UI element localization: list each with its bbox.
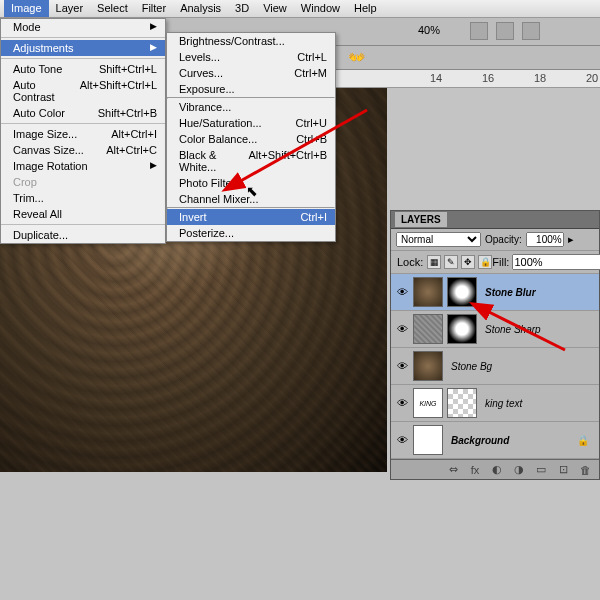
- menu-item-vibrance-[interactable]: Vibrance...: [167, 99, 335, 115]
- menu-item-adjustments[interactable]: Adjustments▶: [1, 40, 165, 56]
- layer-row[interactable]: 👁KINGking text: [391, 385, 599, 422]
- panel-footer-icon[interactable]: ▭: [533, 463, 549, 476]
- screen-mode-icon[interactable]: [470, 22, 488, 40]
- menu-item-exposure-[interactable]: Exposure...: [167, 81, 335, 97]
- layers-tab[interactable]: LAYERS: [395, 212, 447, 227]
- layer-name[interactable]: king text: [485, 398, 522, 409]
- menu-item-invert[interactable]: InvertCtrl+I: [167, 209, 335, 225]
- menu-item-black-white-[interactable]: Black & White...Alt+Shift+Ctrl+B: [167, 147, 335, 175]
- ruler-mark: 16: [482, 72, 494, 84]
- lock-pixels-icon[interactable]: ✎: [444, 255, 458, 269]
- menu-item-posterize-[interactable]: Posterize...: [167, 225, 335, 241]
- view-icon[interactable]: [522, 22, 540, 40]
- menu-filter[interactable]: Filter: [135, 0, 173, 17]
- panel-footer-icon[interactable]: 🗑: [577, 464, 593, 476]
- toolbar-icons: [470, 22, 540, 40]
- visibility-toggle[interactable]: 👁: [395, 396, 409, 410]
- menu-view[interactable]: View: [256, 0, 294, 17]
- layers-list: 👁Stone Blur👁Stone Sharp👁Stone Bg👁KINGkin…: [391, 274, 599, 459]
- menu-item-auto-tone[interactable]: Auto ToneShift+Ctrl+L: [1, 61, 165, 77]
- menu-item-reveal-all[interactable]: Reveal All: [1, 206, 165, 222]
- lock-all-icon[interactable]: 🔒: [478, 255, 492, 269]
- layer-name[interactable]: Stone Sharp: [485, 324, 541, 335]
- menu-item-hue-saturation-[interactable]: Hue/Saturation...Ctrl+U: [167, 115, 335, 131]
- arrange-icon[interactable]: [496, 22, 514, 40]
- menu-item-auto-color[interactable]: Auto ColorShift+Ctrl+B: [1, 105, 165, 121]
- visibility-toggle[interactable]: 👁: [395, 359, 409, 373]
- visibility-toggle[interactable]: 👁: [395, 322, 409, 336]
- panel-footer-icon[interactable]: ◐: [489, 463, 505, 476]
- layer-thumbnail[interactable]: [447, 388, 477, 418]
- menu-layer[interactable]: Layer: [49, 0, 91, 17]
- fill-input[interactable]: [512, 254, 600, 270]
- menu-item-canvas-size-[interactable]: Canvas Size...Alt+Ctrl+C: [1, 142, 165, 158]
- opacity-label: Opacity:: [485, 234, 522, 245]
- ruler-mark: 20: [586, 72, 598, 84]
- menu-item-levels-[interactable]: Levels...Ctrl+L: [167, 49, 335, 65]
- menu-window[interactable]: Window: [294, 0, 347, 17]
- opacity-input[interactable]: [526, 232, 564, 247]
- layer-thumbnail[interactable]: KING: [413, 388, 443, 418]
- menu-item-crop: Crop: [1, 174, 165, 190]
- layer-thumbnail[interactable]: [447, 314, 477, 344]
- layer-row[interactable]: 👁Stone Bg: [391, 348, 599, 385]
- panel-footer-icon[interactable]: fx: [467, 464, 483, 476]
- menu-3d[interactable]: 3D: [228, 0, 256, 17]
- layer-name[interactable]: Stone Bg: [451, 361, 492, 372]
- panel-footer-icon[interactable]: ⊡: [555, 463, 571, 476]
- layer-name[interactable]: Stone Blur: [485, 287, 536, 298]
- lock-label: Lock:: [397, 256, 423, 268]
- layer-name[interactable]: Background: [451, 435, 509, 446]
- hand-tool-icon[interactable]: 👐: [348, 49, 365, 65]
- layer-thumbnail[interactable]: [447, 277, 477, 307]
- blend-mode-select[interactable]: Normal: [396, 232, 481, 247]
- menu-select[interactable]: Select: [90, 0, 135, 17]
- menu-item-channel-mixer-[interactable]: Channel Mixer...: [167, 191, 335, 207]
- fill-label: Fill:: [492, 256, 509, 268]
- menu-item-auto-contrast[interactable]: Auto ContrastAlt+Shift+Ctrl+L: [1, 77, 165, 105]
- ruler-mark: 18: [534, 72, 546, 84]
- menu-item-trim-[interactable]: Trim...: [1, 190, 165, 206]
- layer-thumbnail[interactable]: [413, 314, 443, 344]
- menu-item-image-size-[interactable]: Image Size...Alt+Ctrl+I: [1, 126, 165, 142]
- layer-thumbnail[interactable]: [413, 277, 443, 307]
- layer-thumbnail[interactable]: [413, 351, 443, 381]
- menu-item-duplicate-[interactable]: Duplicate...: [1, 227, 165, 243]
- visibility-toggle[interactable]: 👁: [395, 433, 409, 447]
- adjustments-submenu[interactable]: Brightness/Contrast...Levels...Ctrl+LCur…: [166, 32, 336, 242]
- menu-item-curves-[interactable]: Curves...Ctrl+M: [167, 65, 335, 81]
- lock-fill-row: Lock: ▦ ✎ ✥ 🔒 Fill: ▸: [391, 251, 599, 274]
- layer-row[interactable]: 👁Stone Sharp: [391, 311, 599, 348]
- menubar: ImageLayerSelectFilterAnalysis3DViewWind…: [0, 0, 600, 18]
- layer-thumbnail[interactable]: [413, 425, 443, 455]
- panel-footer-icon[interactable]: ◑: [511, 463, 527, 476]
- layers-panel: LAYERS Normal Opacity: ▸ Lock: ▦ ✎ ✥ 🔒 F…: [390, 210, 600, 480]
- lock-icon: 🔒: [577, 435, 589, 446]
- panel-footer-icon[interactable]: ⇔: [445, 463, 461, 476]
- lock-position-icon[interactable]: ✥: [461, 255, 475, 269]
- menu-help[interactable]: Help: [347, 0, 384, 17]
- menu-item-mode[interactable]: Mode▶: [1, 19, 165, 35]
- blend-opacity-row: Normal Opacity: ▸: [391, 229, 599, 251]
- layers-panel-footer: ⇔fx◐◑▭⊡🗑: [391, 459, 599, 479]
- layer-row[interactable]: 👁Background🔒: [391, 422, 599, 459]
- zoom-level[interactable]: 40%: [418, 24, 440, 36]
- opacity-arrow-icon[interactable]: ▸: [568, 233, 574, 246]
- menu-item-photo-filter-[interactable]: Photo Filter...: [167, 175, 335, 191]
- ruler-mark: 14: [430, 72, 442, 84]
- image-menu-dropdown[interactable]: Mode▶Adjustments▶Auto ToneShift+Ctrl+LAu…: [0, 18, 166, 244]
- lock-transparency-icon[interactable]: ▦: [427, 255, 441, 269]
- menu-item-brightness-contrast-[interactable]: Brightness/Contrast...: [167, 33, 335, 49]
- layer-row[interactable]: 👁Stone Blur: [391, 274, 599, 311]
- menu-analysis[interactable]: Analysis: [173, 0, 228, 17]
- panel-tabs[interactable]: LAYERS: [391, 211, 599, 229]
- menu-image[interactable]: Image: [4, 0, 49, 17]
- visibility-toggle[interactable]: 👁: [395, 285, 409, 299]
- menu-item-image-rotation[interactable]: Image Rotation▶: [1, 158, 165, 174]
- menu-item-color-balance-[interactable]: Color Balance...Ctrl+B: [167, 131, 335, 147]
